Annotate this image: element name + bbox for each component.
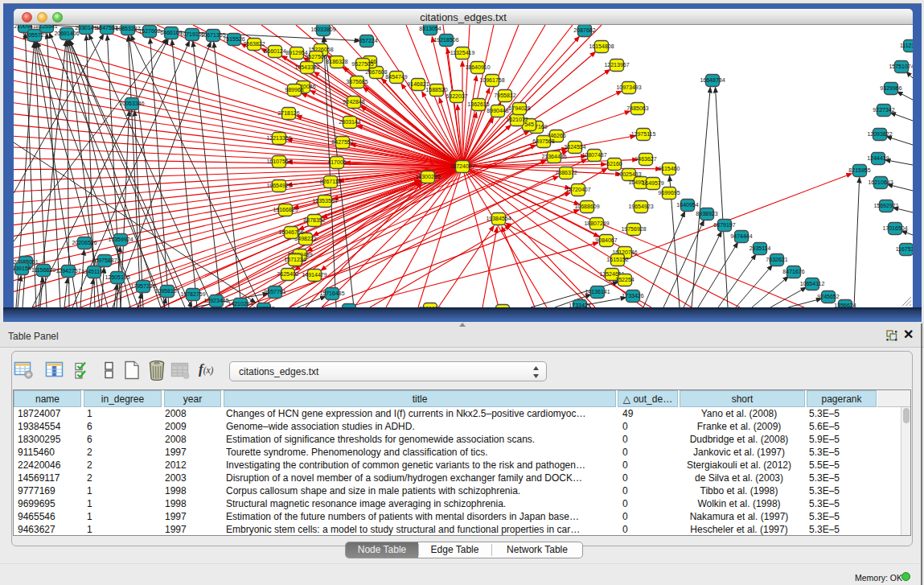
- svg-text:6794028: 6794028: [508, 105, 530, 111]
- svg-text:19166829: 19166829: [273, 207, 298, 212]
- svg-text:1167533: 1167533: [896, 246, 913, 252]
- svg-text:8878352: 8878352: [303, 217, 325, 223]
- svg-text:7485063: 7485063: [626, 105, 648, 111]
- svg-text:1362615: 1362615: [467, 101, 489, 107]
- svg-text:9699695: 9699695: [658, 190, 680, 196]
- svg-text:19756928: 19756928: [621, 226, 646, 232]
- svg-text:16046766: 16046766: [278, 229, 303, 235]
- svg-text:8990448: 8990448: [487, 108, 508, 113]
- svg-text:10973493: 10973493: [616, 84, 641, 90]
- svg-text:252254: 252254: [615, 277, 634, 282]
- svg-text:9527505: 9527505: [351, 61, 373, 67]
- svg-text:9245652: 9245652: [817, 294, 839, 299]
- svg-text:7663822: 7663822: [243, 41, 265, 47]
- svg-text:2718126: 2718126: [277, 110, 299, 116]
- svg-text:12213369: 12213369: [266, 135, 291, 141]
- svg-text:8215955: 8215955: [848, 167, 870, 173]
- svg-text:9527500: 9527500: [305, 54, 326, 60]
- svg-text:1649579: 1649579: [642, 180, 663, 186]
- svg-text:8660124: 8660124: [264, 48, 285, 54]
- svg-text:12093822: 12093822: [867, 131, 892, 137]
- svg-text:2087682: 2087682: [573, 27, 595, 33]
- svg-text:6879197: 6879197: [713, 222, 735, 228]
- svg-text:8454749: 8454749: [385, 74, 407, 80]
- svg-text:18807249: 18807249: [584, 220, 609, 226]
- svg-text:10807487: 10807487: [581, 152, 606, 158]
- svg-text:10543382: 10543382: [294, 64, 319, 70]
- svg-text:62160: 62160: [606, 161, 622, 167]
- svg-text:17359924: 17359924: [108, 237, 133, 242]
- svg-text:19654923: 19654923: [628, 204, 653, 209]
- svg-text:12942757: 12942757: [55, 268, 80, 274]
- svg-text:10853287: 10853287: [115, 26, 140, 31]
- svg-text:7632621: 7632621: [766, 257, 787, 262]
- svg-text:1621072: 1621072: [506, 117, 528, 122]
- svg-text:545: 545: [524, 122, 534, 127]
- svg-text:15751074: 15751074: [889, 64, 913, 69]
- svg-text:2935114: 2935114: [749, 245, 771, 251]
- svg-text:8471676: 8471676: [782, 269, 804, 274]
- svg-text:12975115: 12975115: [631, 131, 656, 137]
- svg-text:9227342: 9227342: [873, 107, 894, 113]
- svg-text:10688609: 10688609: [574, 204, 599, 209]
- svg-text:3875685: 3875685: [346, 79, 368, 84]
- svg-text:7955812: 7955812: [494, 93, 515, 98]
- svg-text:1527602: 1527602: [138, 28, 160, 34]
- svg-text:7625402: 7625402: [277, 271, 298, 277]
- svg-text:9084067: 9084067: [595, 237, 617, 243]
- svg-text:1571234: 1571234: [284, 257, 306, 262]
- svg-text:20206526: 20206526: [72, 240, 97, 245]
- svg-text:16033809: 16033809: [310, 27, 335, 32]
- svg-text:6497568: 6497568: [532, 138, 554, 144]
- svg-text:7386372: 7386372: [555, 170, 577, 175]
- svg-text:1733426: 1733426: [622, 293, 643, 299]
- svg-text:1640954: 1640954: [676, 202, 698, 208]
- svg-text:11451194: 11451194: [82, 269, 106, 274]
- svg-text:20975887: 20975887: [92, 257, 117, 263]
- svg-text:14210284: 14210284: [228, 301, 253, 307]
- svg-text:9474444: 9474444: [730, 233, 752, 239]
- svg-text:2803144: 2803144: [339, 119, 360, 125]
- svg-text:8267110: 8267110: [320, 179, 342, 184]
- svg-text:14055721: 14055721: [22, 32, 47, 38]
- svg-text:1615152: 1615152: [606, 257, 628, 262]
- svg-text:20691406: 20691406: [54, 31, 79, 36]
- svg-text:10671355: 10671355: [200, 32, 225, 38]
- svg-text:18640910: 18640910: [465, 64, 490, 70]
- svg-text:10961758: 10961758: [479, 77, 504, 83]
- svg-text:17957223: 17957223: [130, 283, 155, 289]
- svg-text:16107554: 16107554: [266, 159, 291, 164]
- svg-text:19384554: 19384554: [486, 216, 511, 221]
- svg-text:17016504: 17016504: [882, 225, 907, 231]
- svg-text:8912954: 8912954: [285, 50, 307, 56]
- svg-text:16154808: 16154808: [589, 43, 614, 49]
- svg-text:16648784: 16648784: [700, 77, 725, 83]
- svg-text:14914479: 14914479: [302, 272, 326, 278]
- svg-text:11156829: 11156829: [31, 267, 55, 273]
- svg-text:1244419: 1244419: [867, 155, 889, 161]
- svg-text:9242848: 9242848: [343, 99, 364, 105]
- svg-text:15692971: 15692971: [873, 203, 898, 208]
- svg-text:14136141: 14136141: [585, 289, 610, 295]
- svg-text:9657791: 9657791: [264, 289, 285, 295]
- svg-text:12923445: 12923445: [203, 298, 228, 303]
- svg-text:8186328: 8186328: [326, 59, 347, 64]
- svg-text:19218506: 19218506: [433, 37, 458, 43]
- svg-text:989968: 989968: [285, 87, 303, 93]
- svg-text:7357224: 7357224: [355, 38, 377, 43]
- svg-text:417006: 417006: [327, 159, 346, 165]
- svg-text:1112345: 1112345: [900, 43, 913, 48]
- svg-text:15716485: 15716485: [319, 290, 344, 296]
- svg-text:16782759: 16782759: [180, 291, 205, 297]
- svg-text:9115460: 9115460: [659, 166, 680, 171]
- svg-text:12353594: 12353594: [312, 198, 337, 204]
- svg-text:10958107: 10958107: [154, 288, 179, 294]
- svg-text:3624554: 3624554: [564, 144, 585, 150]
- svg-text:12505135: 12505135: [105, 274, 129, 280]
- svg-text:6322037: 6322037: [446, 93, 467, 99]
- svg-text:8225541: 8225541: [35, 25, 57, 29]
- svg-text:8938923: 8938923: [696, 211, 717, 216]
- svg-text:19654925: 19654925: [266, 183, 291, 188]
- svg-text:12213967: 12213967: [604, 62, 629, 68]
- svg-text:10654112: 10654112: [800, 281, 825, 286]
